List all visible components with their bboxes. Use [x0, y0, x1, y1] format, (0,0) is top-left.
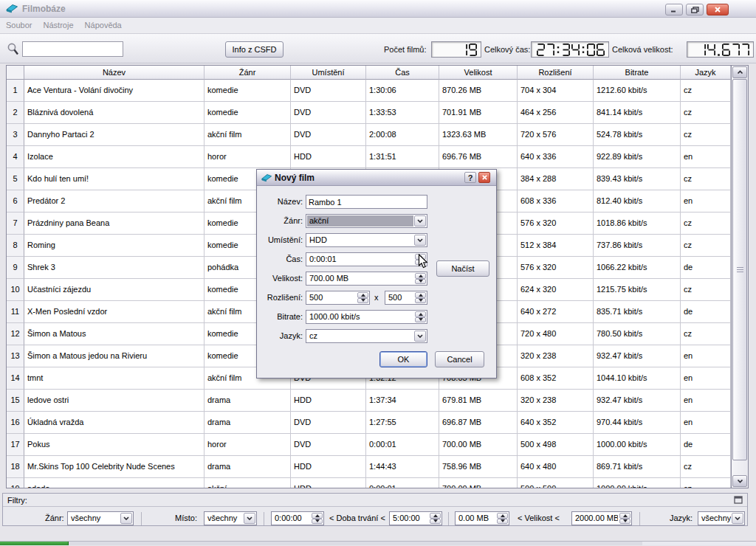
filter-misto-combo[interactable]: všechny — [204, 511, 257, 525]
spin-up[interactable] — [312, 513, 323, 519]
divider — [264, 512, 264, 525]
header-velikost[interactable]: Velikost — [439, 66, 518, 80]
window-title: Filmobáze — [22, 4, 66, 14]
table-row[interactable]: 19adadaakčníHDD0:00:01700.00 MB500 x 500… — [7, 478, 731, 488]
restore-button[interactable] — [686, 4, 704, 15]
cell-num: 13 — [7, 345, 24, 367]
dialog-close-button[interactable] — [478, 172, 490, 183]
table-row[interactable]: 16Úkladná vraždadramaDVD1:27:55696.87 MB… — [7, 412, 731, 434]
spin-up[interactable] — [415, 292, 426, 298]
cell-jazyk: en — [681, 146, 731, 168]
spin-up[interactable] — [415, 273, 426, 279]
chevron-down-icon[interactable] — [732, 513, 743, 524]
cell-nazev: ledove ostri — [24, 390, 205, 412]
filter-duration-max-spinner[interactable]: 5:00:00 — [389, 511, 442, 525]
cell-zanr: drama — [205, 390, 291, 412]
spin-down[interactable] — [497, 519, 508, 525]
cell-num: 14 — [7, 367, 24, 390]
float-panel-icon[interactable] — [734, 496, 743, 505]
chevron-down-icon[interactable] — [120, 513, 132, 524]
rozliseni-width-spinner[interactable]: 500 — [306, 291, 370, 305]
jazyk-label: Jazyk: — [260, 331, 303, 340]
spin-down[interactable] — [619, 519, 630, 525]
filters-title: Filtry: — [7, 496, 27, 505]
cell-nazev: Izolace — [24, 146, 205, 168]
cancel-button[interactable]: Cancel — [435, 351, 484, 367]
menu-soubor[interactable]: Soubor — [6, 21, 32, 30]
scrollbar-thumb[interactable] — [732, 79, 747, 460]
film-count-label: Počet filmů: — [384, 45, 426, 54]
header-bitrate[interactable]: Bitrate — [594, 66, 681, 80]
cell-umisteni: HDD — [291, 146, 366, 168]
ok-button[interactable]: OK — [379, 351, 427, 367]
cell-jazyk: de — [681, 301, 731, 323]
header-cas[interactable]: Čas — [366, 66, 439, 80]
cell-rozliseni: 608 x 336 — [518, 190, 594, 212]
umisteni-combo[interactable]: HDD — [306, 233, 427, 247]
cell-zanr: komedie — [205, 80, 291, 102]
menu-nastroje[interactable]: Nástroje — [44, 21, 74, 30]
dialog-help-button[interactable]: ? — [464, 172, 476, 183]
filter-duration-min-spinner[interactable]: 0:00:00 — [271, 511, 324, 525]
spin-up[interactable] — [430, 513, 441, 519]
table-row[interactable]: 2Bláznivá dovolenákomedieDVD1:33:53701.9… — [7, 102, 731, 124]
spin-down[interactable] — [312, 519, 323, 525]
nazev-input[interactable] — [306, 195, 427, 209]
chevron-down-icon[interactable] — [414, 215, 426, 227]
table-row[interactable]: 18Mr.Skins Top 100 Celebrity Nude Scenes… — [7, 456, 731, 478]
spin-up[interactable] — [619, 513, 630, 519]
spin-up[interactable] — [497, 513, 508, 519]
zanr-combo[interactable]: akční — [306, 214, 427, 228]
header-zanr[interactable]: Žánr — [205, 66, 291, 80]
header-jazyk[interactable]: Jazyk — [681, 66, 731, 80]
rozliseni-height-spinner[interactable]: 500 — [385, 291, 427, 305]
spin-down[interactable] — [415, 317, 426, 323]
filter-size-min-spinner[interactable]: 0.00 MB — [455, 511, 509, 525]
spin-down[interactable] — [430, 519, 441, 525]
chevron-down-icon[interactable] — [414, 235, 426, 246]
spin-up[interactable] — [357, 292, 368, 298]
cell-jazyk: cz — [681, 168, 731, 190]
filter-size-max-spinner[interactable]: 2000.00 MB — [571, 511, 632, 525]
header-num[interactable] — [7, 66, 24, 80]
cas-spinner[interactable]: 0:00:01 — [306, 252, 427, 266]
info-csfd-button[interactable]: Info z CSFD — [225, 41, 284, 58]
cell-jazyk: en — [681, 367, 731, 390]
table-row[interactable]: 3Dannyho Partaci 2akční filmDVD2:00:0813… — [7, 124, 731, 146]
filter-jazyk-combo[interactable]: všechny — [698, 511, 745, 525]
chevron-down-icon[interactable] — [414, 331, 426, 342]
filter-zanr-combo[interactable]: všechny — [67, 511, 134, 525]
cell-nazev: Dannyho Partaci 2 — [24, 124, 205, 146]
velikost-spinner[interactable]: 700.00 MB — [306, 272, 427, 286]
jazyk-combo[interactable]: cz — [306, 329, 427, 343]
cell-nazev: Prázdniny pana Beana — [24, 212, 205, 235]
close-button[interactable] — [707, 4, 729, 15]
nacist-button[interactable]: Načíst — [436, 260, 489, 277]
spin-down[interactable] — [357, 298, 368, 304]
table-row[interactable]: 1Ace Ventura - Volání divočinykomedieDVD… — [7, 80, 731, 102]
cell-cas: 1:27:55 — [366, 412, 439, 434]
spin-down[interactable] — [415, 298, 426, 304]
vertical-scrollbar[interactable] — [731, 66, 748, 488]
spin-down[interactable] — [415, 279, 426, 285]
scroll-down-button[interactable] — [732, 475, 747, 487]
menu-napoveda[interactable]: Nápověda — [85, 21, 122, 30]
spin-up[interactable] — [415, 311, 426, 317]
cell-nazev: Mr.Skins Top 100 Celebrity Nude Scenes — [24, 456, 205, 478]
search-input[interactable] — [22, 41, 123, 57]
cell-bitrate: 932.47 kbit/s — [594, 345, 681, 367]
table-row[interactable]: 15ledove ostridramaHDD1:37:34679.81 MB32… — [7, 390, 731, 412]
cell-zanr: horor — [205, 146, 291, 168]
bitrate-spinner[interactable]: 1000.00 kbit/s — [306, 310, 427, 324]
header-umisteni[interactable]: Umístění — [291, 66, 366, 80]
header-nazev[interactable]: Název — [24, 66, 205, 80]
table-row[interactable]: 4IzolacehororHDD1:31:51696.76 MB640 x 33… — [7, 146, 731, 168]
header-rozliseni[interactable]: Rozlišení — [518, 66, 594, 80]
table-row[interactable]: 17PokushororDVD0:00:01700.00 MB500 x 498… — [7, 434, 731, 456]
chevron-down-icon[interactable] — [244, 513, 255, 524]
cell-rozliseni: 720 x 480 — [518, 323, 594, 345]
minimize-button[interactable] — [665, 4, 683, 15]
cell-bitrate: 780.50 kbit/s — [594, 323, 681, 345]
dialog-title: Nový film — [275, 173, 315, 183]
scroll-up-button[interactable] — [732, 66, 747, 78]
